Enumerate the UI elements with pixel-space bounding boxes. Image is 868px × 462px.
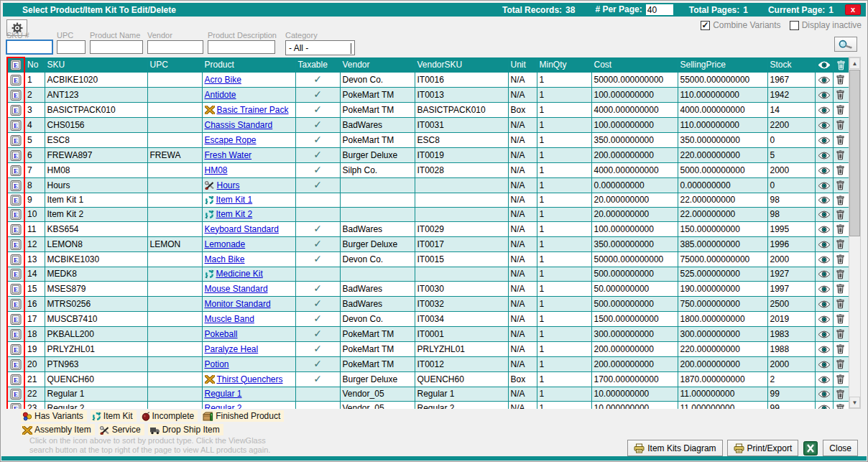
view-product-button[interactable] bbox=[815, 193, 833, 208]
delete-product-button[interactable] bbox=[833, 282, 849, 297]
delete-product-button[interactable] bbox=[833, 252, 849, 267]
upc-filter-input[interactable] bbox=[57, 40, 86, 54]
delete-product-button[interactable] bbox=[833, 118, 849, 133]
product-link[interactable]: Hours bbox=[217, 180, 240, 190]
product-link[interactable]: Chassis Standard bbox=[205, 120, 273, 130]
product-link[interactable]: Fresh Water bbox=[205, 150, 252, 160]
product-link[interactable]: Lemonade bbox=[205, 239, 246, 249]
edit-product-button[interactable]: E bbox=[7, 163, 24, 178]
view-product-button[interactable] bbox=[815, 103, 833, 118]
edit-product-button[interactable]: E bbox=[7, 312, 24, 327]
product-link[interactable]: Potion bbox=[205, 359, 229, 369]
view-product-button[interactable] bbox=[815, 252, 833, 267]
edit-product-button[interactable]: E bbox=[7, 267, 24, 282]
edit-product-button[interactable]: E bbox=[7, 222, 24, 237]
edit-product-button[interactable]: E bbox=[7, 148, 24, 163]
column-header-no[interactable]: No bbox=[24, 57, 45, 73]
legend-drop-ship-item[interactable]: Drop Ship Item bbox=[148, 424, 223, 435]
product-description-filter-input[interactable] bbox=[208, 40, 275, 54]
column-header-vendor[interactable]: Vendor bbox=[340, 57, 415, 73]
delete-product-button[interactable] bbox=[833, 342, 849, 357]
delete-product-button[interactable] bbox=[833, 402, 849, 410]
column-header-upc[interactable]: UPC bbox=[147, 57, 202, 73]
product-link[interactable]: Acro Bike bbox=[205, 75, 241, 85]
view-product-button[interactable] bbox=[815, 163, 833, 178]
view-product-button[interactable] bbox=[815, 297, 833, 312]
edit-product-button[interactable]: E bbox=[7, 88, 24, 103]
product-link[interactable]: Keyboard Standard bbox=[205, 224, 279, 234]
product-link[interactable]: Regular 1 bbox=[205, 389, 242, 399]
product-name-filter-input[interactable] bbox=[90, 40, 143, 54]
column-header-unit[interactable]: Unit bbox=[508, 57, 537, 73]
legend-item-kit[interactable]: Item Kit bbox=[91, 410, 137, 422]
item-kits-diagram-button[interactable]: Item Kits Diagram bbox=[627, 440, 722, 456]
column-header-minqty[interactable]: MinQty bbox=[537, 57, 591, 73]
column-header-stock[interactable]: Stock bbox=[767, 57, 815, 73]
view-product-button[interactable] bbox=[815, 402, 833, 410]
edit-product-button[interactable]: E bbox=[7, 387, 24, 402]
legend-has-variants[interactable]: Has Variants bbox=[21, 410, 87, 422]
product-link[interactable]: Thirst Quenchers bbox=[217, 374, 283, 384]
product-link[interactable]: HM08 bbox=[205, 165, 228, 175]
sort-product-type-header-button[interactable]: E bbox=[7, 57, 24, 73]
product-link[interactable]: Pokeball bbox=[205, 329, 238, 339]
delete-product-button[interactable] bbox=[833, 372, 849, 387]
edit-product-button[interactable]: E bbox=[7, 402, 24, 410]
column-header-sku[interactable]: SKU bbox=[45, 57, 147, 73]
product-link[interactable]: Regular 2 bbox=[205, 403, 242, 409]
view-product-button[interactable] bbox=[815, 148, 833, 163]
view-product-button[interactable] bbox=[815, 372, 833, 387]
delete-product-button[interactable] bbox=[833, 208, 849, 222]
legend-incomplete[interactable]: Incomplete bbox=[140, 410, 198, 422]
edit-product-button[interactable]: E bbox=[7, 237, 24, 252]
per-page-input[interactable] bbox=[646, 4, 673, 15]
delete-product-button[interactable] bbox=[833, 163, 849, 178]
category-select[interactable]: - All - bbox=[285, 40, 355, 55]
edit-product-button[interactable]: E bbox=[7, 297, 24, 312]
edit-product-button[interactable]: E bbox=[7, 118, 24, 133]
product-link[interactable]: Item Kit 1 bbox=[216, 195, 253, 205]
delete-product-button[interactable] bbox=[833, 267, 849, 282]
product-link[interactable]: Item Kit 2 bbox=[216, 209, 253, 219]
view-product-button[interactable] bbox=[815, 88, 833, 103]
view-product-button[interactable] bbox=[815, 312, 833, 327]
edit-product-button[interactable]: E bbox=[7, 342, 24, 357]
excel-export-button[interactable] bbox=[803, 440, 818, 456]
edit-product-button[interactable]: E bbox=[7, 208, 24, 222]
edit-product-button[interactable]: E bbox=[7, 282, 24, 297]
product-link[interactable]: Antidote bbox=[205, 90, 236, 100]
edit-product-button[interactable]: E bbox=[7, 372, 24, 387]
edit-product-button[interactable]: E bbox=[7, 357, 24, 372]
view-product-button[interactable] bbox=[815, 357, 833, 372]
delete-product-button[interactable] bbox=[833, 103, 849, 118]
product-link[interactable]: Escape Rope bbox=[205, 135, 257, 145]
product-link[interactable]: Medicine Kit bbox=[216, 269, 263, 279]
vendor-filter-input[interactable] bbox=[147, 40, 203, 54]
legend-service[interactable]: Service bbox=[98, 424, 144, 435]
delete-product-button[interactable] bbox=[833, 178, 849, 193]
product-link[interactable]: Muscle Band bbox=[205, 314, 254, 324]
close-window-button[interactable]: x bbox=[845, 4, 861, 15]
product-link[interactable]: Mouse Standard bbox=[205, 284, 268, 294]
view-product-button[interactable] bbox=[815, 222, 833, 237]
column-header-sellingprice[interactable]: SellingPrice bbox=[678, 57, 767, 73]
legend-finished-product[interactable]: Finished Product bbox=[201, 410, 284, 422]
view-product-button[interactable] bbox=[815, 73, 833, 88]
view-product-button[interactable] bbox=[815, 267, 833, 282]
delete-product-button[interactable] bbox=[833, 357, 849, 372]
viewglass-search-button[interactable] bbox=[834, 37, 857, 52]
view-product-button[interactable] bbox=[815, 282, 833, 297]
column-header-vendorsku[interactable]: VendorSKU bbox=[415, 57, 508, 73]
column-header-cost[interactable]: Cost bbox=[591, 57, 678, 73]
legend-assembly-item[interactable]: Assembly Item bbox=[21, 424, 95, 435]
product-link[interactable]: Mach Bike bbox=[205, 254, 245, 264]
edit-product-button[interactable]: E bbox=[7, 178, 24, 193]
view-product-button[interactable] bbox=[815, 178, 833, 193]
edit-product-button[interactable]: E bbox=[7, 103, 24, 118]
view-product-button[interactable] bbox=[815, 342, 833, 357]
sku-filter-input[interactable] bbox=[6, 40, 52, 54]
print-export-button[interactable]: Print/Export bbox=[727, 440, 799, 456]
scroll-up-button[interactable]: ▲ bbox=[849, 57, 860, 69]
delete-product-button[interactable] bbox=[833, 73, 849, 88]
column-header-product[interactable]: Product bbox=[202, 57, 295, 73]
